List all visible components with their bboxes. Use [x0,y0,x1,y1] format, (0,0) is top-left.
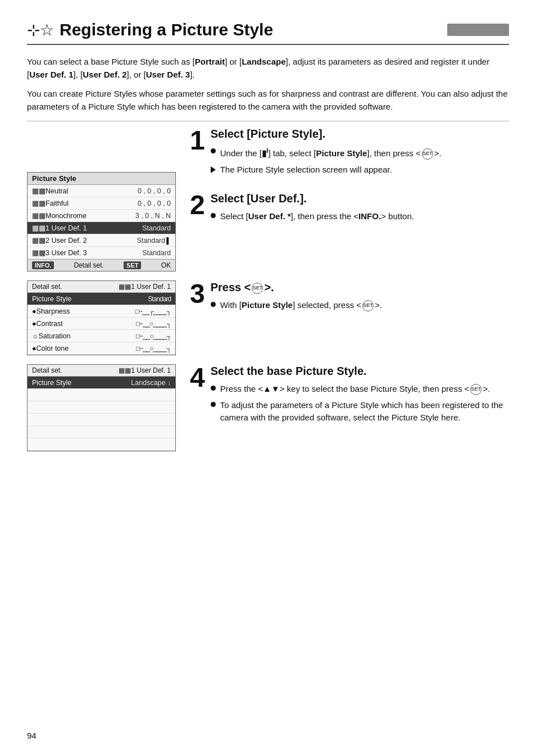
step1-number: 1 [190,127,205,154]
step4-list: Press the <▲▼> key to select the base Pi… [211,383,509,424]
set-icon-inline2: SET [362,300,374,311]
landscape-empty4 [28,426,175,438]
page-number: 94 [27,731,37,740]
screen1-row-neutral: ▦▦Neutral 0 , 0 , 0 , 0 [28,185,175,197]
info-button: INFO. [32,261,54,269]
step4-bullet1: Press the <▲▼> key to select the base Pi… [211,383,509,396]
landscape-empty5 [28,438,175,451]
screen2-col: Detail set. ▦▦1 User Def. 1 Picture Styl… [27,280,190,355]
screen1-row-userdef3: ▦▦3 User Def. 3 Standard [28,247,175,259]
step1-bullet1: Under the [▮i] tab, select [Picture Styl… [211,146,442,160]
steps-wrapper: Picture Style ▦▦Neutral 0 , 0 , 0 , 0 ▦▦… [27,127,509,451]
detail-row-sharpness: ●Sharpness □⋅⋅⎯⎯┌⎯⎯⎯⎯┐ [28,305,175,318]
landscape-screen: Detail set. ▦▦1 User Def. 1 Picture Styl… [27,364,176,451]
landscape-empty2 [28,401,175,414]
step-4: 4 Select the base Picture Style. Press t… [190,364,509,428]
step1-content: Select [Picture Style]. Under the [▮i] t… [211,127,442,179]
intro-para1: You can select a base Picture Style such… [27,55,509,82]
header-bar-decoration [447,24,509,36]
step-3: 3 Press <SET>. With [Picture Style] sele… [190,280,509,315]
steps-12-row: Picture Style ▦▦Neutral 0 , 0 , 0 , 0 ▦▦… [27,127,509,271]
step-2: 2 Select [User Def.]. Select [User Def. … [190,192,509,227]
screen1-title: Picture Style [28,173,175,185]
set-button: SET [124,261,141,269]
step4-title: Select the base Picture Style. [211,364,509,378]
bullet-circle-icon [211,213,216,218]
step1-list: Under the [▮i] tab, select [Picture Styl… [211,146,442,176]
detail-row-colortone: ●Color tone □⋅⋅⎯⎯○⎯⎯⎯⎯┐ [28,342,175,355]
screen1-col: Picture Style ▦▦Neutral 0 , 0 , 0 , 0 ▦▦… [27,127,190,271]
step3-instructions: 3 Press <SET>. With [Picture Style] sele… [190,280,509,328]
step2-list: Select [User Def. *], then press the <IN… [211,210,414,223]
bullet-arrow-icon [211,166,216,173]
step1-bullet2: The Picture Style selection screen will … [211,164,442,176]
step1-title: Select [Picture Style]. [211,127,442,141]
screen3-col: Detail set. ▦▦1 User Def. 1 Picture Styl… [27,364,190,451]
step4-instructions: 4 Select the base Picture Style. Press t… [190,364,509,440]
step3-number: 3 [190,280,205,307]
set-icon-step4a: SET [470,384,482,395]
step2-content: Select [User Def.]. Select [User Def. *]… [211,192,414,227]
step3-bullet1: With [Picture Style] selected, press <SE… [211,299,382,312]
landscape-empty1 [28,389,175,401]
page-header: ⊹☆ Registering a Picture Style [27,20,509,45]
set-icon-inline: SET [252,283,263,294]
detail-row-picturestyle: Picture Style Standard [28,293,175,305]
step4-content: Select the base Picture Style. Press the… [211,364,509,428]
step2-number: 2 [190,192,205,219]
screen1-footer: INFO. Detail set. SET OK [28,259,175,271]
page-icon: ⊹☆ [27,21,54,39]
screen1-row-monochrome: ▦▦Monochrome 3 , 0 , N , N [28,210,175,222]
landscape-empty3 [28,414,175,426]
screen1-row-faithful: ▦▦Faithful 0 , 0 , 0 , 0 [28,197,175,210]
step3-title: Press <SET>. [211,280,382,295]
bullet-circle-icon [211,302,216,307]
landscape-screen-header: Detail set. ▦▦1 User Def. 1 [28,365,175,377]
screen1-row-userdef1: ▦▦1 User Def. 1 Standard [28,222,175,234]
page-title: Registering a Picture Style [60,20,447,39]
steps-4-row: Detail set. ▦▦1 User Def. 1 Picture Styl… [27,364,509,451]
step2-title: Select [User Def.]. [211,192,414,206]
picture-style-screen: Picture Style ▦▦Neutral 0 , 0 , 0 , 0 ▦▦… [27,172,176,271]
detail-row-saturation: ☼Saturation □⋅⋅⎯⎯○⎯⎯⎯⎯┐ [28,330,175,342]
step3-list: With [Picture Style] selected, press <SE… [211,299,382,312]
step4-bullet2: To adjust the parameters of a Picture St… [211,399,509,424]
screen1-row-userdef2: ▦▦2 User Def. 2 Standard ▌ [28,234,175,247]
bullet-circle-icon [211,148,216,153]
step3-content: Press <SET>. With [Picture Style] select… [211,280,382,315]
section-divider [27,121,509,121]
steps-3-row: Detail set. ▦▦1 User Def. 1 Picture Styl… [27,280,509,355]
set-icon: SET [422,148,433,160]
detail-row-contrast: ●Contrast □⋅⋅⎯⎯○⎯⎯⎯⎯┐ [28,318,175,330]
intro-para2: You can create Picture Styles whose para… [27,87,509,114]
bullet-circle-icon [211,386,216,391]
detail-screen: Detail set. ▦▦1 User Def. 1 Picture Styl… [27,280,176,355]
step2-bullet1: Select [User Def. *], then press the <IN… [211,210,414,223]
detail-screen-header: Detail set. ▦▦1 User Def. 1 [28,281,175,293]
step4-number: 4 [190,364,205,391]
bullet-circle-icon [211,402,216,407]
steps-12-instructions: 1 Select [Picture Style]. Under the [▮i]… [190,127,509,239]
step-1: 1 Select [Picture Style]. Under the [▮i]… [190,127,509,179]
landscape-row-picturestyle: Picture Style Landscape ↕ [28,377,175,389]
